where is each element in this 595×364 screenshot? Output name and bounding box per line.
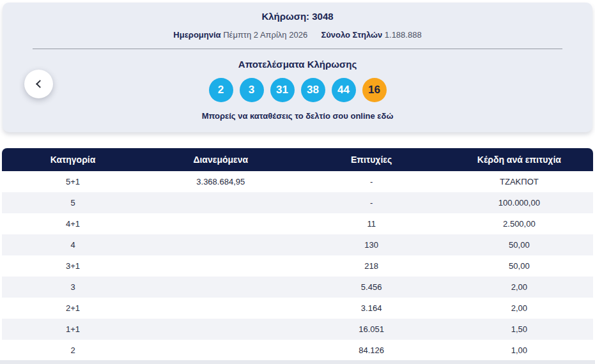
- columns-label: Σύνολο Στηλών: [321, 30, 382, 40]
- cell-winners: 5.456: [298, 282, 445, 292]
- previous-draw-button[interactable]: [24, 70, 53, 98]
- drawn-numbers: 2 3 31 38 44 16: [3, 78, 592, 102]
- deposit-online-link[interactable]: Μπορείς να καταθέσεις το δελτίο σου onli…: [3, 111, 592, 121]
- cell-category: 5+1: [2, 177, 144, 186]
- table-header-row: Κατηγορία Διανεμόμενα Επιτυχίες Κέρδη αν…: [2, 148, 593, 171]
- cell-winners: -: [298, 198, 445, 208]
- column-header-category: Κατηγορία: [2, 155, 144, 165]
- cell-category: 3: [2, 282, 144, 292]
- table-row: 4 130 50,00: [2, 234, 593, 255]
- number-ball: 2: [209, 78, 233, 102]
- column-header-prize: Κέρδη ανά επιτυχία: [445, 155, 593, 165]
- cell-prize: 100.000,00: [445, 198, 593, 208]
- joker-ball: 16: [362, 78, 387, 102]
- cell-prize: 50,00: [445, 261, 593, 271]
- cell-winners: -: [298, 177, 445, 186]
- draw-title: Κλήρωση: 3048: [3, 3, 592, 22]
- lottery-results-page: Κλήρωση: 3048 Ημερομηνία Πέμπτη 2 Απρίλη…: [0, 0, 595, 364]
- cell-category: 2: [2, 345, 144, 355]
- table-row: 2 84.126 1,00: [2, 340, 593, 361]
- column-header-distributed: Διανεμόμενα: [144, 155, 298, 165]
- date-value: Πέμπτη 2 Απρίλη 2026: [223, 30, 307, 40]
- cell-winners: 218: [298, 261, 445, 271]
- table-row: 5 - 100.000,00: [2, 192, 593, 213]
- cell-prize: 1,50: [445, 324, 593, 334]
- cell-winners: 130: [298, 240, 445, 250]
- table-row: 1+1 16.051 1,50: [2, 319, 593, 340]
- table-row: 3+1 218 50,00: [2, 255, 593, 277]
- columns-value: 1.188.888: [385, 30, 422, 40]
- cell-prize: 1,00: [445, 345, 593, 355]
- cell-winners: 16.051: [298, 324, 445, 334]
- number-ball: 3: [240, 78, 264, 102]
- number-ball: 31: [270, 78, 295, 102]
- card-divider: [33, 49, 562, 49]
- results-title: Αποτελέσματα Κλήρωσης: [3, 59, 592, 70]
- number-ball: 44: [332, 78, 356, 102]
- number-ball: 38: [301, 78, 325, 102]
- cell-category: 4: [2, 240, 144, 250]
- date-label: Ημερομηνία: [173, 30, 220, 40]
- cell-category: 1+1: [2, 324, 144, 334]
- cell-winners: 11: [298, 219, 445, 229]
- cell-category: 4+1: [2, 219, 144, 229]
- cell-prize: 2.500,00: [445, 219, 593, 229]
- draw-summary-card: Κλήρωση: 3048 Ημερομηνία Πέμπτη 2 Απρίλη…: [3, 3, 592, 132]
- table-row: 4+1 11 2.500,00: [2, 213, 593, 234]
- column-header-winners: Επιτυχίες: [298, 155, 445, 165]
- cell-distributed: 3.368.684,95: [144, 177, 298, 186]
- cell-prize: 2,00: [445, 303, 593, 313]
- payout-table: Κατηγορία Διανεμόμενα Επιτυχίες Κέρδη αν…: [2, 148, 593, 361]
- cell-prize: 2,00: [445, 282, 593, 292]
- cell-category: 2+1: [2, 303, 144, 313]
- cell-winners: 84.126: [298, 345, 445, 355]
- table-row: 3 5.456 2,00: [2, 277, 593, 298]
- chevron-left-icon: [36, 80, 44, 88]
- cell-category: 3+1: [2, 261, 144, 271]
- cell-category: 5: [2, 198, 144, 208]
- cell-prize: 50,00: [445, 240, 593, 250]
- draw-meta: Ημερομηνία Πέμπτη 2 Απρίλη 2026 Σύνολο Σ…: [3, 30, 592, 40]
- page-bottom-strip: [0, 360, 595, 364]
- cell-winners: 3.164: [298, 303, 445, 313]
- table-row: 2+1 3.164 2,00: [2, 298, 593, 319]
- table-row: 5+1 3.368.684,95 - ΤΖΑΚΠΟΤ: [2, 171, 593, 192]
- cell-prize: ΤΖΑΚΠΟΤ: [445, 177, 593, 186]
